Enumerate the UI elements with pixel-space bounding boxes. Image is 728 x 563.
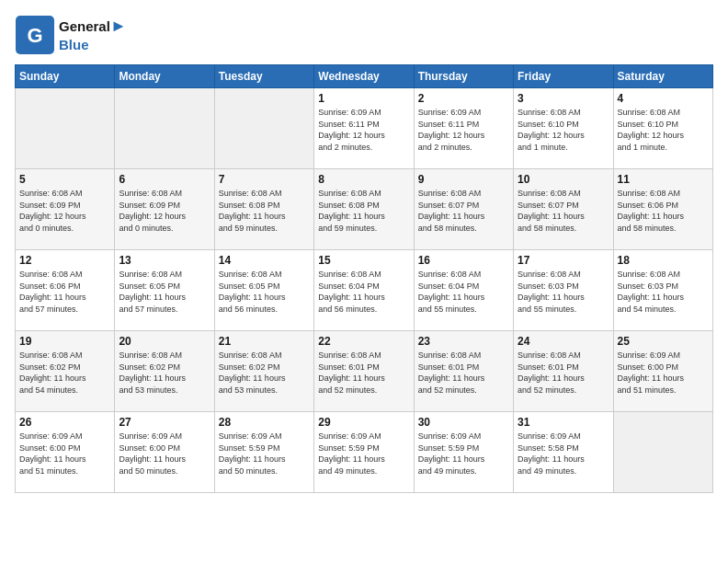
day-info: Sunrise: 6:08 AM Sunset: 6:06 PM Dayligh…: [618, 188, 709, 234]
day-number: 25: [618, 335, 709, 348]
day-info: Sunrise: 6:08 AM Sunset: 6:03 PM Dayligh…: [518, 269, 609, 315]
day-number: 5: [19, 173, 110, 186]
calendar-cell: 18Sunrise: 6:08 AM Sunset: 6:03 PM Dayli…: [613, 250, 712, 331]
day-number: 12: [19, 254, 110, 267]
day-info: Sunrise: 6:08 AM Sunset: 6:05 PM Dayligh…: [119, 269, 210, 315]
logo: G General► Blue: [15, 15, 127, 55]
calendar-week-row: 12Sunrise: 6:08 AM Sunset: 6:06 PM Dayli…: [16, 250, 713, 331]
calendar-cell: [16, 88, 115, 169]
day-info: Sunrise: 6:08 AM Sunset: 6:08 PM Dayligh…: [318, 188, 409, 234]
day-number: 17: [518, 254, 609, 267]
day-info: Sunrise: 6:09 AM Sunset: 5:58 PM Dayligh…: [518, 431, 609, 477]
day-number: 3: [518, 92, 609, 105]
day-number: 27: [119, 416, 210, 429]
day-number: 24: [518, 335, 609, 348]
calendar-cell: 22Sunrise: 6:08 AM Sunset: 6:01 PM Dayli…: [314, 331, 414, 412]
day-info: Sunrise: 6:09 AM Sunset: 6:00 PM Dayligh…: [119, 431, 210, 477]
calendar-cell: 8Sunrise: 6:08 AM Sunset: 6:08 PM Daylig…: [314, 169, 414, 250]
day-info: Sunrise: 6:09 AM Sunset: 5:59 PM Dayligh…: [418, 431, 509, 477]
calendar-cell: [214, 88, 313, 169]
calendar-week-row: 19Sunrise: 6:08 AM Sunset: 6:02 PM Dayli…: [16, 331, 713, 412]
day-number: 2: [418, 92, 509, 105]
calendar-cell: 21Sunrise: 6:08 AM Sunset: 6:02 PM Dayli…: [214, 331, 313, 412]
day-number: 1: [318, 92, 409, 105]
day-info: Sunrise: 6:09 AM Sunset: 6:11 PM Dayligh…: [318, 107, 409, 153]
calendar-cell: 31Sunrise: 6:09 AM Sunset: 5:58 PM Dayli…: [514, 412, 613, 493]
calendar-cell: 17Sunrise: 6:08 AM Sunset: 6:03 PM Dayli…: [514, 250, 613, 331]
calendar-cell: 1Sunrise: 6:09 AM Sunset: 6:11 PM Daylig…: [314, 88, 414, 169]
day-info: Sunrise: 6:08 AM Sunset: 6:05 PM Dayligh…: [219, 269, 310, 315]
calendar-week-row: 26Sunrise: 6:09 AM Sunset: 6:00 PM Dayli…: [16, 412, 713, 493]
day-info: Sunrise: 6:09 AM Sunset: 5:59 PM Dayligh…: [219, 431, 310, 477]
day-info: Sunrise: 6:08 AM Sunset: 6:10 PM Dayligh…: [518, 107, 609, 153]
day-number: 21: [219, 335, 310, 348]
column-header-saturday: Saturday: [613, 65, 712, 88]
logo-general: General►: [59, 17, 127, 37]
svg-text:G: G: [27, 24, 42, 47]
day-number: 8: [318, 173, 409, 186]
calendar-header-row: SundayMondayTuesdayWednesdayThursdayFrid…: [16, 65, 713, 88]
day-info: Sunrise: 6:09 AM Sunset: 6:11 PM Dayligh…: [418, 107, 509, 153]
day-number: 9: [418, 173, 509, 186]
day-info: Sunrise: 6:08 AM Sunset: 6:01 PM Dayligh…: [518, 350, 609, 396]
logo-svg: G: [15, 15, 55, 55]
calendar-cell: 14Sunrise: 6:08 AM Sunset: 6:05 PM Dayli…: [214, 250, 313, 331]
calendar-cell: 26Sunrise: 6:09 AM Sunset: 6:00 PM Dayli…: [16, 412, 115, 493]
column-header-sunday: Sunday: [16, 65, 115, 88]
day-number: 18: [618, 254, 709, 267]
column-header-friday: Friday: [514, 65, 613, 88]
day-number: 31: [518, 416, 609, 429]
day-number: 30: [418, 416, 509, 429]
day-info: Sunrise: 6:08 AM Sunset: 6:07 PM Dayligh…: [418, 188, 509, 234]
day-number: 26: [19, 416, 110, 429]
calendar-cell: 3Sunrise: 6:08 AM Sunset: 6:10 PM Daylig…: [514, 88, 613, 169]
calendar-cell: 5Sunrise: 6:08 AM Sunset: 6:09 PM Daylig…: [16, 169, 115, 250]
day-info: Sunrise: 6:08 AM Sunset: 6:02 PM Dayligh…: [19, 350, 110, 396]
calendar-cell: 19Sunrise: 6:08 AM Sunset: 6:02 PM Dayli…: [16, 331, 115, 412]
day-number: 23: [418, 335, 509, 348]
day-number: 20: [119, 335, 210, 348]
day-info: Sunrise: 6:09 AM Sunset: 5:59 PM Dayligh…: [318, 431, 409, 477]
calendar-cell: 2Sunrise: 6:09 AM Sunset: 6:11 PM Daylig…: [414, 88, 513, 169]
calendar-cell: 13Sunrise: 6:08 AM Sunset: 6:05 PM Dayli…: [115, 250, 214, 331]
day-info: Sunrise: 6:08 AM Sunset: 6:01 PM Dayligh…: [318, 350, 409, 396]
calendar-cell: 27Sunrise: 6:09 AM Sunset: 6:00 PM Dayli…: [115, 412, 214, 493]
column-header-wednesday: Wednesday: [314, 65, 414, 88]
column-header-thursday: Thursday: [414, 65, 513, 88]
calendar-cell: 4Sunrise: 6:08 AM Sunset: 6:10 PM Daylig…: [613, 88, 712, 169]
day-number: 28: [219, 416, 310, 429]
calendar-cell: 29Sunrise: 6:09 AM Sunset: 5:59 PM Dayli…: [314, 412, 414, 493]
calendar-cell: 12Sunrise: 6:08 AM Sunset: 6:06 PM Dayli…: [16, 250, 115, 331]
day-number: 7: [219, 173, 310, 186]
day-info: Sunrise: 6:08 AM Sunset: 6:01 PM Dayligh…: [418, 350, 509, 396]
calendar-week-row: 5Sunrise: 6:08 AM Sunset: 6:09 PM Daylig…: [16, 169, 713, 250]
calendar-week-row: 1Sunrise: 6:09 AM Sunset: 6:11 PM Daylig…: [16, 88, 713, 169]
day-number: 6: [119, 173, 210, 186]
calendar-cell: 25Sunrise: 6:09 AM Sunset: 6:00 PM Dayli…: [613, 331, 712, 412]
day-number: 13: [119, 254, 210, 267]
calendar-cell: 24Sunrise: 6:08 AM Sunset: 6:01 PM Dayli…: [514, 331, 613, 412]
logo-blue: Blue: [59, 37, 127, 53]
page-header: G General► Blue: [15, 15, 713, 55]
day-number: 19: [19, 335, 110, 348]
day-info: Sunrise: 6:08 AM Sunset: 6:08 PM Dayligh…: [219, 188, 310, 234]
column-header-monday: Monday: [115, 65, 214, 88]
day-info: Sunrise: 6:08 AM Sunset: 6:09 PM Dayligh…: [119, 188, 210, 234]
calendar-cell: 7Sunrise: 6:08 AM Sunset: 6:08 PM Daylig…: [214, 169, 313, 250]
day-info: Sunrise: 6:08 AM Sunset: 6:07 PM Dayligh…: [518, 188, 609, 234]
day-info: Sunrise: 6:08 AM Sunset: 6:04 PM Dayligh…: [418, 269, 509, 315]
calendar-cell: [115, 88, 214, 169]
day-number: 22: [318, 335, 409, 348]
day-number: 4: [618, 92, 709, 105]
day-info: Sunrise: 6:08 AM Sunset: 6:09 PM Dayligh…: [19, 188, 110, 234]
day-number: 11: [618, 173, 709, 186]
calendar-table: SundayMondayTuesdayWednesdayThursdayFrid…: [15, 64, 713, 493]
calendar-cell: 11Sunrise: 6:08 AM Sunset: 6:06 PM Dayli…: [613, 169, 712, 250]
column-header-tuesday: Tuesday: [214, 65, 313, 88]
day-number: 15: [318, 254, 409, 267]
calendar-cell: 20Sunrise: 6:08 AM Sunset: 6:02 PM Dayli…: [115, 331, 214, 412]
day-number: 16: [418, 254, 509, 267]
calendar-cell: 9Sunrise: 6:08 AM Sunset: 6:07 PM Daylig…: [414, 169, 513, 250]
calendar-cell: 6Sunrise: 6:08 AM Sunset: 6:09 PM Daylig…: [115, 169, 214, 250]
calendar-cell: 10Sunrise: 6:08 AM Sunset: 6:07 PM Dayli…: [514, 169, 613, 250]
